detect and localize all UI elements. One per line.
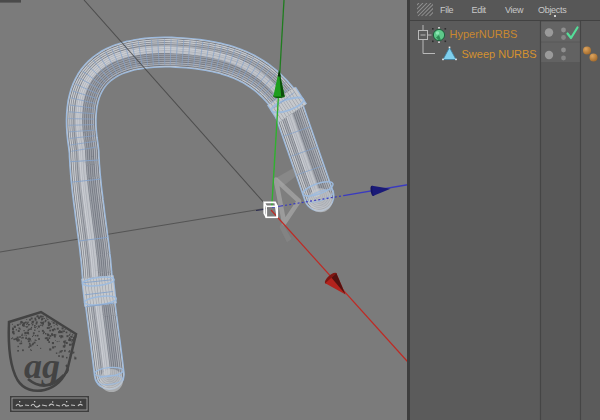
svg-text:Sweep NURBS: Sweep NURBS: [462, 48, 537, 60]
svg-text:HyperNURBS: HyperNURBS: [450, 28, 518, 40]
